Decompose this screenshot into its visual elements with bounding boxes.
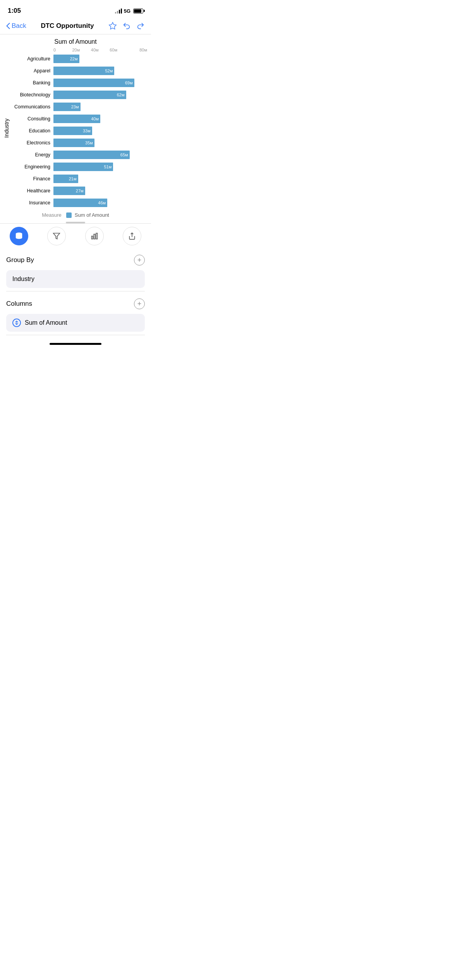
- chart-row: Healthcare 27м: [11, 185, 147, 197]
- nav-action-icons: [108, 22, 145, 30]
- bar-0: 22м: [53, 55, 79, 63]
- bar-value-2: 69м: [125, 81, 133, 85]
- bar-container-8: 65м: [53, 151, 147, 159]
- back-button[interactable]: Back: [6, 22, 26, 30]
- filter-button[interactable]: [47, 227, 66, 245]
- page-title: DTC Opportunity: [41, 22, 94, 30]
- bar-value-4: 23м: [71, 105, 79, 109]
- status-bar: 1:05 5G: [0, 0, 151, 19]
- bar-container-4: 23м: [53, 103, 147, 111]
- bar-container-10: 21м: [53, 175, 147, 183]
- star-icon[interactable]: [108, 22, 117, 30]
- nav-bar: Back DTC Opportunity: [0, 19, 151, 34]
- undo-icon[interactable]: [122, 22, 131, 30]
- columns-item[interactable]: Sum of Amount: [6, 314, 145, 332]
- chart-row: Apparel 52м: [11, 65, 147, 77]
- bar-value-11: 27м: [76, 188, 84, 193]
- legend-series-label: Sum of Amount: [75, 212, 109, 218]
- chart-title: Sum of Amount: [0, 38, 151, 45]
- bar-3: 62м: [53, 91, 126, 99]
- home-bar: [50, 343, 101, 345]
- bar-value-12: 46м: [98, 200, 106, 205]
- svg-marker-0: [109, 22, 116, 29]
- svg-rect-4: [94, 234, 95, 239]
- bar-container-9: 51м: [53, 163, 147, 171]
- chart-inner: 0 20м 40м 60м 80м Agriculture 22м Appare…: [11, 48, 151, 209]
- group-by-title: Group By: [6, 256, 34, 264]
- chart-row: Consulting 40м: [11, 113, 147, 125]
- legend-measure-label: Measure: [42, 212, 62, 218]
- bar-label-12: Insurance: [11, 200, 53, 206]
- status-time: 1:05: [8, 7, 21, 15]
- redo-icon[interactable]: [136, 22, 145, 30]
- bar-container-11: 27м: [53, 187, 147, 195]
- group-by-header: Group By +: [6, 248, 145, 270]
- bar-value-7: 35м: [85, 140, 93, 145]
- bar-container-5: 40м: [53, 115, 147, 123]
- bar-label-1: Apparel: [11, 68, 53, 74]
- bar-4: 23м: [53, 103, 81, 111]
- bar-label-8: Energy: [11, 152, 53, 158]
- bar-label-0: Agriculture: [11, 56, 53, 62]
- back-label: Back: [12, 22, 26, 30]
- columns-header: Columns +: [6, 291, 145, 314]
- chart-legend: Measure Sum of Amount: [0, 209, 151, 219]
- svg-rect-3: [91, 236, 93, 239]
- chart-row: Energy 65м: [11, 149, 147, 161]
- bar-11: 27м: [53, 187, 85, 195]
- bar-label-2: Banking: [11, 80, 53, 86]
- bar-container-7: 35м: [53, 139, 147, 147]
- status-icons: 5G: [115, 8, 143, 14]
- signal-icon: [115, 8, 122, 14]
- bar-value-6: 33м: [83, 128, 91, 133]
- bar-label-9: Engineering: [11, 164, 53, 170]
- bar-9: 51м: [53, 163, 113, 171]
- bar-1: 52м: [53, 67, 114, 75]
- bar-label-3: Biotechnology: [11, 92, 53, 98]
- bar-value-5: 40м: [91, 117, 99, 121]
- chart-button[interactable]: [85, 227, 104, 245]
- drag-handle-bar: [66, 222, 85, 223]
- home-indicator: [0, 335, 151, 348]
- sort-icon: [12, 319, 21, 327]
- columns-item-label: Sum of Amount: [25, 319, 67, 326]
- group-by-item[interactable]: Industry: [6, 270, 145, 288]
- battery-icon: [133, 9, 143, 14]
- bar-value-0: 22м: [70, 57, 78, 61]
- network-type: 5G: [124, 8, 130, 14]
- bar-label-7: Electronics: [11, 140, 53, 146]
- share-button[interactable]: [123, 227, 141, 245]
- bar-label-4: Communications: [11, 104, 53, 110]
- bar-label-11: Healthcare: [11, 188, 53, 194]
- bar-label-5: Consulting: [11, 116, 53, 122]
- group-by-add-button[interactable]: +: [134, 255, 145, 266]
- columns-title: Columns: [6, 300, 32, 308]
- bar-10: 21м: [53, 175, 78, 183]
- bar-8: 65м: [53, 151, 130, 159]
- bar-label-10: Finance: [11, 176, 53, 182]
- bar-value-10: 21м: [69, 176, 77, 181]
- chart-section: Sum of Amount Industry 0 20м 40м 60м 80м…: [0, 34, 151, 219]
- bar-label-6: Education: [11, 128, 53, 134]
- bar-value-9: 51м: [104, 164, 112, 169]
- drag-handle[interactable]: [0, 219, 151, 223]
- svg-marker-2: [53, 233, 60, 239]
- bar-value-8: 65м: [120, 152, 128, 157]
- bar-6: 33м: [53, 127, 92, 135]
- chart-container: Industry 0 20м 40м 60м 80м Agriculture 2…: [0, 48, 151, 209]
- bar-2: 69м: [53, 79, 134, 87]
- chart-rows: Agriculture 22м Apparel 52м Banking 69м …: [11, 53, 147, 209]
- chart-row: Communications 23м: [11, 101, 147, 113]
- chart-row: Engineering 51м: [11, 161, 147, 173]
- bar-container-2: 69м: [53, 79, 147, 87]
- svg-rect-5: [96, 233, 97, 239]
- columns-add-button[interactable]: +: [134, 298, 145, 309]
- chart-row: Agriculture 22м: [11, 53, 147, 65]
- chart-row: Biotechnology 62м: [11, 89, 147, 101]
- config-section: Group By + Industry Columns + Sum of Amo…: [0, 248, 151, 335]
- chart-row: Finance 21м: [11, 173, 147, 185]
- data-button[interactable]: [10, 227, 28, 245]
- toolbar: [0, 223, 151, 248]
- chart-row: Banking 69м: [11, 77, 147, 89]
- bar-value-3: 62м: [117, 93, 125, 97]
